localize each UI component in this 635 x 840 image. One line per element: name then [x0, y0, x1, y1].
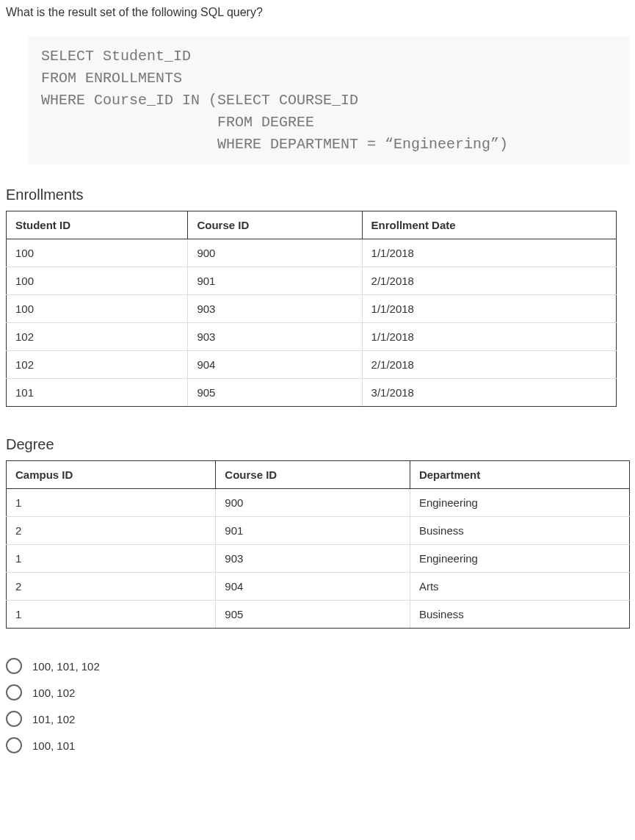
col-header: Course ID [216, 461, 410, 489]
option-d[interactable]: 100, 101 [6, 737, 629, 753]
cell: 903 [216, 545, 410, 573]
enrollments-title: Enrollments [6, 187, 629, 203]
cell: Arts [410, 573, 629, 601]
table-row: 2904Arts [7, 573, 630, 601]
table-row: 2901Business [7, 517, 630, 545]
cell: 901 [216, 517, 410, 545]
cell: 904 [188, 351, 362, 379]
degree-title: Degree [6, 436, 629, 453]
radio-icon [6, 737, 22, 753]
option-a[interactable]: 100, 101, 102 [6, 658, 629, 674]
option-label: 100, 101 [32, 739, 75, 752]
cell: Business [410, 601, 629, 629]
cell: 100 [7, 295, 188, 323]
col-header: Student ID [7, 211, 188, 239]
option-b[interactable]: 100, 102 [6, 684, 629, 700]
table-row: 1029042/1/2018 [7, 351, 617, 379]
table-header-row: Student ID Course ID Enrollment Date [7, 211, 617, 239]
cell: 2/1/2018 [362, 267, 616, 295]
table-row: 1019053/1/2018 [7, 379, 617, 407]
cell: 904 [216, 573, 410, 601]
option-c[interactable]: 101, 102 [6, 711, 629, 727]
cell: 901 [188, 267, 362, 295]
cell: 101 [7, 379, 188, 407]
cell: Business [410, 517, 629, 545]
cell: 100 [7, 239, 188, 267]
option-label: 101, 102 [32, 713, 75, 725]
cell: 905 [188, 379, 362, 407]
question-text: What is the result set of the following … [6, 6, 629, 19]
cell: Engineering [410, 545, 629, 573]
cell: 900 [188, 239, 362, 267]
table-row: 1903Engineering [7, 545, 630, 573]
cell: 905 [216, 601, 410, 629]
enrollments-table: Student ID Course ID Enrollment Date 100… [6, 211, 617, 407]
col-header: Department [410, 461, 629, 489]
cell: 102 [7, 351, 188, 379]
cell: 2 [7, 573, 216, 601]
cell: 903 [188, 323, 362, 351]
cell: 903 [188, 295, 362, 323]
cell: 1/1/2018 [362, 295, 616, 323]
cell: 1/1/2018 [362, 323, 616, 351]
cell: 1/1/2018 [362, 239, 616, 267]
cell: 900 [216, 489, 410, 517]
radio-icon [6, 658, 22, 674]
table-header-row: Campus ID Course ID Department [7, 461, 630, 489]
table-row: 1900Engineering [7, 489, 630, 517]
cell: 2/1/2018 [362, 351, 616, 379]
table-row: 1009012/1/2018 [7, 267, 617, 295]
table-row: 1009001/1/2018 [7, 239, 617, 267]
radio-icon [6, 711, 22, 727]
cell: 2 [7, 517, 216, 545]
cell: 1 [7, 545, 216, 573]
col-header: Course ID [188, 211, 362, 239]
degree-table: Campus ID Course ID Department 1900Engin… [6, 460, 630, 629]
cell: 100 [7, 267, 188, 295]
cell: Engineering [410, 489, 629, 517]
cell: 3/1/2018 [362, 379, 616, 407]
cell: 1 [7, 601, 216, 629]
col-header: Campus ID [7, 461, 216, 489]
option-label: 100, 101, 102 [32, 660, 100, 673]
table-row: 1905Business [7, 601, 630, 629]
table-row: 1029031/1/2018 [7, 323, 617, 351]
answer-options: 100, 101, 102 100, 102 101, 102 100, 101 [6, 658, 629, 753]
col-header: Enrollment Date [362, 211, 616, 239]
cell: 102 [7, 323, 188, 351]
option-label: 100, 102 [32, 687, 75, 699]
cell: 1 [7, 489, 216, 517]
radio-icon [6, 684, 22, 700]
table-row: 1009031/1/2018 [7, 295, 617, 323]
sql-code-block: SELECT Student_ID FROM ENROLLMENTS WHERE… [28, 37, 629, 164]
